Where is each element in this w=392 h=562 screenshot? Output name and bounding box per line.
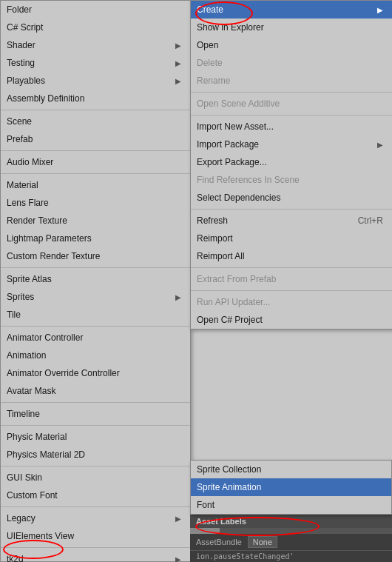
menu-item-refresh[interactable]: Refresh Ctrl+R	[191, 212, 392, 230]
menu-item-export-package[interactable]: Export Package...	[191, 153, 392, 171]
menu-item-physic-material[interactable]: Physic Material	[1, 428, 190, 446]
menu-item-font[interactable]: Font	[191, 496, 391, 514]
menu-item-extract-from-prefab[interactable]: Extract From Prefab	[191, 270, 392, 288]
separator	[191, 92, 392, 93]
menu-item-animator-override-controller[interactable]: Animator Override Controller	[1, 364, 190, 382]
menu-item-lightmap-parameters[interactable]: Lightmap Parameters	[1, 230, 190, 247]
right-context-menu: Create ▶ Show in Explorer Open Delete Re…	[190, 0, 392, 329]
menu-item-avatar-mask[interactable]: Avatar Mask	[1, 382, 190, 400]
menu-item-sprite-collection[interactable]: Sprite Collection	[191, 461, 391, 478]
arrow-icon: ▶	[175, 292, 181, 303]
separator	[191, 290, 392, 291]
arrow-icon: ▶	[175, 76, 181, 87]
separator	[191, 115, 392, 116]
menu-item-animation[interactable]: Animation	[1, 347, 190, 364]
menu-item-create[interactable]: Create ▶	[191, 1, 392, 19]
menu-item-open-csharp-project[interactable]: Open C# Project	[191, 311, 392, 329]
menu-item-prefab[interactable]: Prefab	[1, 130, 190, 148]
menu-item-physics-material-2d[interactable]: Physics Material 2D	[1, 446, 190, 464]
asset-labels-panel: Asset Labels AssetBundle None ion.pauseS…	[190, 515, 392, 562]
menu-item-sprites[interactable]: Sprites ▶	[1, 288, 190, 306]
separator	[1, 267, 190, 268]
menu-item-scene[interactable]: Scene	[1, 113, 190, 130]
menu-item-shader[interactable]: Shader ▶	[1, 36, 190, 54]
menu-item-csharp-script[interactable]: C# Script	[1, 19, 190, 36]
menu-item-render-texture[interactable]: Render Texture	[1, 212, 190, 230]
menu-item-sprite-atlas[interactable]: Sprite Atlas	[1, 270, 190, 288]
code-line: ion.pauseStateChanged'	[190, 550, 392, 562]
menu-item-lens-flare[interactable]: Lens Flare	[1, 194, 190, 212]
asset-bundle-row: AssetBundle None	[190, 534, 392, 550]
menu-item-import-package[interactable]: Import Package ▶	[191, 136, 392, 153]
left-context-menu: Folder C# Script Shader ▶ Testing ▶ Play…	[0, 0, 191, 562]
menu-item-show-in-explorer[interactable]: Show in Explorer	[191, 19, 392, 36]
tk2d-submenu: Sprite Collection Sprite Animation Font	[190, 460, 392, 515]
menu-item-sprite-animation[interactable]: Sprite Animation	[191, 478, 391, 496]
menu-item-rename[interactable]: Rename	[191, 72, 392, 90]
menu-item-run-api-updater[interactable]: Run API Updater...	[191, 293, 392, 311]
separator	[1, 326, 190, 327]
separator	[1, 150, 190, 151]
arrow-icon: ▶	[377, 4, 383, 16]
menu-item-reimport-all[interactable]: Reimport All	[191, 247, 392, 265]
arrow-icon: ▶	[175, 513, 181, 524]
asset-bundle-value: None	[248, 536, 277, 548]
menu-item-playables[interactable]: Playables ▶	[1, 72, 190, 90]
separator	[1, 173, 190, 174]
menu-item-select-dependencies[interactable]: Select Dependencies	[191, 189, 392, 207]
menu-item-timeline[interactable]: Timeline	[1, 405, 190, 423]
menu-item-tk2d[interactable]: tk2d ▶	[1, 550, 190, 562]
menu-item-reimport[interactable]: Reimport	[191, 230, 392, 247]
menu-item-legacy[interactable]: Legacy ▶	[1, 509, 190, 527]
menu-item-folder[interactable]: Folder	[1, 1, 190, 19]
separator	[191, 267, 392, 268]
menu-item-gui-skin[interactable]: GUI Skin	[1, 469, 190, 486]
menu-item-custom-font[interactable]: Custom Font	[1, 486, 190, 504]
arrow-icon: ▶	[175, 40, 181, 51]
menu-item-import-new-asset[interactable]: Import New Asset...	[191, 118, 392, 136]
menu-item-assembly-definition[interactable]: Assembly Definition	[1, 90, 190, 107]
separator	[1, 402, 190, 403]
menu-item-tile[interactable]: Tile	[1, 306, 190, 324]
arrow-icon: ▶	[175, 554, 181, 563]
menu-item-delete[interactable]: Delete	[191, 54, 392, 72]
shortcut-label: Ctrl+R	[358, 214, 383, 227]
arrow-icon: ▶	[377, 139, 383, 150]
separator	[1, 547, 190, 548]
menu-item-audio-mixer[interactable]: Audio Mixer	[1, 153, 190, 171]
asset-labels-header: Asset Labels	[190, 515, 392, 528]
asset-bundle-label: AssetBundle	[196, 538, 242, 546]
menu-item-testing[interactable]: Testing ▶	[1, 54, 190, 72]
scrollbar-track[interactable]	[190, 528, 392, 534]
menu-item-ui-elements-view[interactable]: UIElements View	[1, 527, 190, 545]
separator	[191, 209, 392, 210]
arrow-icon: ▶	[175, 58, 181, 69]
menu-item-custom-render-texture[interactable]: Custom Render Texture	[1, 247, 190, 265]
separator	[1, 110, 190, 110]
menu-item-find-references[interactable]: Find References In Scene	[191, 171, 392, 189]
menu-item-material[interactable]: Material	[1, 176, 190, 194]
separator	[1, 466, 190, 466]
separator	[1, 425, 190, 426]
scrollbar-thumb[interactable]	[190, 528, 220, 534]
menu-item-open-scene-additive[interactable]: Open Scene Additive	[191, 95, 392, 113]
menu-item-animator-controller[interactable]: Animator Controller	[1, 329, 190, 347]
menu-item-open[interactable]: Open	[191, 36, 392, 54]
separator	[1, 506, 190, 507]
